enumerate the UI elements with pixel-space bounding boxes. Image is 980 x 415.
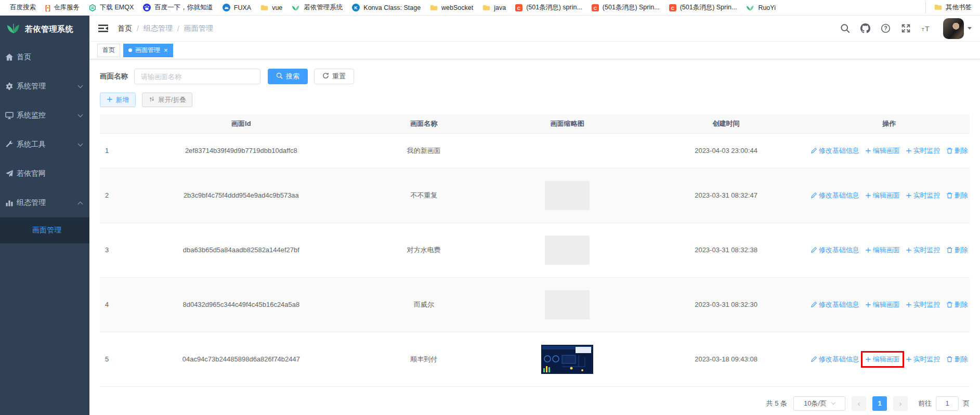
edit-screen-link[interactable]: 编辑画面 — [865, 300, 900, 309]
edit-basic-info-link[interactable]: 修改基础信息 — [811, 191, 859, 200]
page-size-select[interactable]: 10条/页 — [793, 396, 845, 411]
search-button[interactable]: 搜索 — [268, 69, 308, 84]
delete-link[interactable]: 删除 — [946, 191, 968, 200]
edit-basic-info-link[interactable]: 修改基础信息 — [811, 300, 859, 309]
table-row: 504ac94c73b24485898d6a826f74b2447顺丰到付202… — [100, 332, 970, 386]
edit-basic-info-link[interactable]: 修改基础信息 — [811, 146, 859, 155]
bookmark-label: 下载 EMQX — [100, 3, 134, 12]
screen-name: 我的新画面 — [357, 133, 491, 168]
bookmark-item[interactable]: java — [478, 3, 511, 13]
realtime-monitor-link[interactable]: 实时监控 — [906, 355, 940, 364]
expand-collapse-button[interactable]: 展开/折叠 — [142, 93, 192, 107]
edit-screen-link[interactable]: 编辑画面 — [865, 191, 900, 200]
sidebar-item-组态管理[interactable]: 组态管理 — [0, 188, 89, 217]
github-icon[interactable] — [860, 23, 870, 34]
bookmark-label: vue — [272, 4, 282, 11]
avatar — [943, 18, 964, 39]
chevron-down-icon — [968, 27, 972, 30]
tag-首页[interactable]: 首页 — [97, 44, 120, 57]
delete-link[interactable]: 删除 — [946, 300, 968, 309]
row-actions: 修改基础信息 编辑画面 实时监控 删除 — [808, 168, 970, 223]
action-label: 编辑画面 — [873, 355, 900, 364]
screen-id: 04ac94c73b24485898d6a826f74b2447 — [126, 332, 356, 386]
close-icon[interactable]: × — [164, 47, 168, 54]
realtime-monitor-link[interactable]: 实时监控 — [906, 300, 940, 309]
screen-name-label: 画面名称 — [100, 72, 128, 81]
paper-plane-icon — [5, 170, 14, 178]
sidebar: 若依管理系统 首页 系统管理 系统监控 系统工具 若依官网 组态管理画面管理 — [0, 16, 89, 415]
bookmark-label: RuoYi — [758, 4, 776, 11]
sidebar-item-系统工具[interactable]: 系统工具 — [0, 130, 89, 159]
bookmark-label: 百度搜索 — [10, 3, 36, 12]
sidebar-collapse-icon[interactable] — [98, 23, 109, 34]
bookmark-item[interactable]: RuoYi — [741, 3, 780, 13]
screen-thumbnail-image[interactable] — [494, 345, 641, 374]
page-1-button[interactable]: 1 — [872, 396, 887, 411]
gear-icon — [5, 82, 14, 91]
bookmark-item[interactable]: C(501条消息) sprin... — [511, 2, 587, 14]
bookmark-item[interactable]: FUXA — [218, 2, 256, 13]
bookmark-item[interactable]: webSocket — [425, 3, 478, 13]
realtime-monitor-link[interactable]: 实时监控 — [906, 146, 940, 155]
action-label: 修改基础信息 — [819, 355, 859, 364]
action-label: 删除 — [955, 300, 968, 309]
realtime-monitor-link[interactable]: 实时监控 — [906, 245, 940, 255]
breadcrumb-item[interactable]: 首页 — [117, 24, 132, 33]
sidebar-item-label: 系统管理 — [17, 82, 46, 91]
refresh-icon — [322, 72, 329, 81]
edit-screen-link[interactable]: 编辑画面 — [861, 351, 904, 368]
sidebar-subitem-画面管理[interactable]: 画面管理 — [0, 217, 89, 243]
help-icon[interactable]: ? — [880, 23, 891, 34]
bookmark-item[interactable]: KKonva Class: Stage — [347, 2, 425, 13]
row-index: 3 — [100, 223, 126, 277]
sidebar-item-系统监控[interactable]: 系统监控 — [0, 101, 89, 130]
bookmark-item[interactable]: vue — [256, 3, 287, 13]
delete-link[interactable]: 删除 — [946, 146, 968, 155]
bracket-icon: [-] — [45, 4, 50, 11]
folder-icon — [430, 4, 438, 11]
sidebar-item-系统管理[interactable]: 系统管理 — [0, 72, 89, 101]
chevron-up-icon — [78, 201, 83, 206]
next-page-button[interactable]: › — [893, 396, 908, 411]
other-bookmarks-button[interactable]: 其他书签 — [925, 2, 975, 14]
bookmark-item[interactable]: 百度搜索 — [5, 2, 41, 14]
table-header-row: 画面Id画面名称画面缩略图创建时间操作 — [100, 114, 970, 133]
sidebar-item-若依官网[interactable]: 若依官网 — [0, 159, 89, 188]
edit-screen-link[interactable]: 编辑画面 — [865, 146, 900, 155]
screen-name-input[interactable] — [134, 69, 260, 84]
action-label: 删除 — [955, 245, 968, 255]
ruoyi-leaf-logo-icon — [6, 22, 21, 36]
fullscreen-icon[interactable] — [900, 23, 911, 34]
jump-page-input[interactable] — [936, 396, 959, 411]
action-label: 编辑画面 — [873, 300, 900, 309]
delete-link[interactable]: 删除 — [946, 245, 968, 255]
font-size-icon[interactable]: TT — [921, 23, 931, 34]
svg-text:C: C — [594, 5, 597, 10]
bookmark-item[interactable]: 百度一下，你就知道 — [138, 2, 218, 14]
edit-basic-info-link[interactable]: 修改基础信息 — [811, 355, 859, 364]
bookmark-item[interactable]: 若依管理系统 — [287, 2, 347, 14]
reset-button[interactable]: 重置 — [314, 69, 354, 84]
sidebar-item-首页[interactable]: 首页 — [0, 43, 89, 72]
breadcrumb-item[interactable]: 组态管理 — [143, 24, 173, 33]
tag-画面管理[interactable]: 画面管理× — [123, 44, 173, 57]
screen-name: 顺丰到付 — [357, 332, 491, 386]
breadcrumb-separator: / — [177, 24, 179, 33]
edit-basic-info-link[interactable]: 修改基础信息 — [811, 245, 859, 255]
add-button[interactable]: 新增 — [100, 93, 136, 107]
bookmark-item[interactable]: 下载 EMQX — [84, 2, 138, 14]
realtime-monitor-link[interactable]: 实时监控 — [906, 191, 940, 200]
prev-page-button[interactable]: ‹ — [852, 396, 866, 411]
search-icon — [276, 72, 283, 81]
plus-icon — [906, 356, 912, 362]
bookmark-item[interactable]: C(501条消息) Sprin... — [664, 2, 742, 14]
user-menu[interactable] — [943, 18, 972, 39]
search-icon[interactable] — [840, 23, 850, 34]
monitor-icon — [5, 111, 14, 120]
action-label: 实时监控 — [913, 191, 940, 200]
bookmark-item[interactable]: [-]仓库服务 — [41, 2, 84, 14]
edit-screen-link[interactable]: 编辑画面 — [865, 245, 900, 255]
action-label: 修改基础信息 — [819, 245, 859, 255]
delete-link[interactable]: 删除 — [946, 355, 968, 364]
bookmark-item[interactable]: C(501条消息) Sprin... — [587, 2, 664, 14]
